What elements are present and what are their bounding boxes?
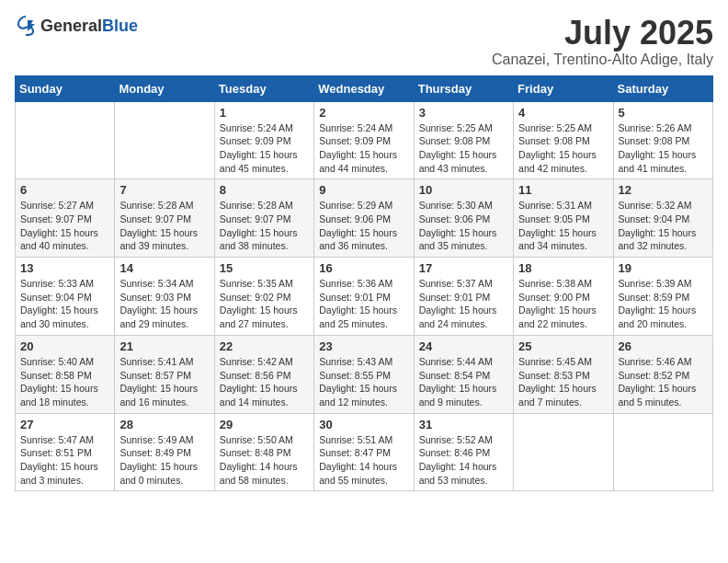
day-info: Sunrise: 5:42 AMSunset: 8:56 PMDaylight:… xyxy=(220,355,309,409)
day-number: 12 xyxy=(619,183,708,197)
logo-icon xyxy=(15,15,37,37)
calendar-cell: 16Sunrise: 5:36 AMSunset: 9:01 PMDayligh… xyxy=(314,258,414,336)
day-number: 15 xyxy=(220,261,309,275)
day-number: 8 xyxy=(220,183,309,197)
day-number: 30 xyxy=(319,418,408,431)
calendar-cell: 2Sunrise: 5:24 AMSunset: 9:09 PMDaylight… xyxy=(314,101,414,179)
day-number: 19 xyxy=(619,261,708,275)
calendar-cell: 22Sunrise: 5:42 AMSunset: 8:56 PMDayligh… xyxy=(214,335,313,413)
day-info: Sunrise: 5:25 AMSunset: 9:08 PMDaylight:… xyxy=(419,121,508,176)
day-info: Sunrise: 5:46 AMSunset: 8:52 PMDaylight:… xyxy=(619,355,708,409)
calendar-table: SundayMondayTuesdayWednesdayThursdayFrid… xyxy=(15,75,713,492)
day-number: 27 xyxy=(20,418,109,431)
day-number: 16 xyxy=(319,261,408,275)
weekday-header-friday: Friday xyxy=(514,75,613,101)
calendar-cell: 5Sunrise: 5:26 AMSunset: 9:08 PMDaylight… xyxy=(613,101,712,179)
day-info: Sunrise: 5:44 AMSunset: 8:54 PMDaylight:… xyxy=(419,355,508,409)
day-info: Sunrise: 5:41 AMSunset: 8:57 PMDaylight:… xyxy=(119,355,209,409)
day-info: Sunrise: 5:40 AMSunset: 8:58 PMDaylight:… xyxy=(20,355,109,409)
day-number: 20 xyxy=(20,339,109,353)
day-number: 13 xyxy=(20,261,109,275)
day-info: Sunrise: 5:39 AMSunset: 8:59 PMDaylight:… xyxy=(619,277,708,331)
calendar-cell: 14Sunrise: 5:34 AMSunset: 9:03 PMDayligh… xyxy=(115,258,214,336)
day-number: 2 xyxy=(319,106,408,120)
day-info: Sunrise: 5:24 AMSunset: 9:09 PMDaylight:… xyxy=(319,121,408,176)
calendar-cell xyxy=(514,413,613,491)
weekday-header-sunday: Sunday xyxy=(16,75,115,101)
calendar-cell: 9Sunrise: 5:29 AMSunset: 9:06 PMDaylight… xyxy=(314,179,414,258)
calendar-cell: 3Sunrise: 5:25 AMSunset: 9:08 PMDaylight… xyxy=(414,101,513,179)
calendar-cell: 6Sunrise: 5:27 AMSunset: 9:07 PMDaylight… xyxy=(16,179,115,258)
day-number: 7 xyxy=(119,183,209,197)
calendar-cell: 29Sunrise: 5:50 AMSunset: 8:48 PMDayligh… xyxy=(214,413,313,491)
day-number: 1 xyxy=(220,106,309,120)
day-info: Sunrise: 5:38 AMSunset: 9:00 PMDaylight:… xyxy=(518,277,608,331)
week-row-5: 27Sunrise: 5:47 AMSunset: 8:51 PMDayligh… xyxy=(16,413,713,491)
calendar-cell xyxy=(16,101,115,179)
day-info: Sunrise: 5:28 AMSunset: 9:07 PMDaylight:… xyxy=(119,199,209,253)
calendar-cell xyxy=(613,413,712,491)
calendar-cell: 12Sunrise: 5:32 AMSunset: 9:04 PMDayligh… xyxy=(613,179,712,258)
calendar-cell xyxy=(115,101,214,179)
day-info: Sunrise: 5:27 AMSunset: 9:07 PMDaylight:… xyxy=(20,199,109,253)
day-number: 17 xyxy=(419,261,508,275)
day-number: 5 xyxy=(619,106,708,120)
day-info: Sunrise: 5:32 AMSunset: 9:04 PMDaylight:… xyxy=(619,199,708,253)
title-area: July 2025 Canazei, Trentino-Alto Adige, … xyxy=(492,15,713,68)
day-number: 11 xyxy=(518,183,608,197)
day-info: Sunrise: 5:37 AMSunset: 9:01 PMDaylight:… xyxy=(419,277,508,331)
day-number: 24 xyxy=(419,339,508,353)
day-info: Sunrise: 5:35 AMSunset: 9:02 PMDaylight:… xyxy=(220,277,309,331)
day-number: 29 xyxy=(220,418,309,431)
weekday-header-thursday: Thursday xyxy=(414,75,513,101)
day-number: 14 xyxy=(119,261,209,275)
day-number: 25 xyxy=(518,339,608,353)
week-row-3: 13Sunrise: 5:33 AMSunset: 9:04 PMDayligh… xyxy=(16,258,713,336)
weekday-header-wednesday: Wednesday xyxy=(314,75,414,101)
day-number: 6 xyxy=(20,183,109,197)
calendar-cell: 4Sunrise: 5:25 AMSunset: 9:08 PMDaylight… xyxy=(514,101,613,179)
logo-general: General xyxy=(40,17,102,35)
calendar-cell: 8Sunrise: 5:28 AMSunset: 9:07 PMDaylight… xyxy=(214,179,313,258)
weekday-header-row: SundayMondayTuesdayWednesdayThursdayFrid… xyxy=(16,75,713,101)
weekday-header-tuesday: Tuesday xyxy=(214,75,313,101)
weekday-header-saturday: Saturday xyxy=(613,75,712,101)
day-number: 23 xyxy=(319,339,408,353)
calendar-cell: 13Sunrise: 5:33 AMSunset: 9:04 PMDayligh… xyxy=(16,258,115,336)
day-info: Sunrise: 5:31 AMSunset: 9:05 PMDaylight:… xyxy=(518,199,608,253)
calendar-cell: 7Sunrise: 5:28 AMSunset: 9:07 PMDaylight… xyxy=(115,179,214,258)
calendar-cell: 11Sunrise: 5:31 AMSunset: 9:05 PMDayligh… xyxy=(514,179,613,258)
calendar-cell: 27Sunrise: 5:47 AMSunset: 8:51 PMDayligh… xyxy=(16,413,115,491)
calendar-cell: 31Sunrise: 5:52 AMSunset: 8:46 PMDayligh… xyxy=(414,413,513,491)
location-title: Canazei, Trentino-Alto Adige, Italy xyxy=(492,52,713,68)
weekday-header-monday: Monday xyxy=(115,75,214,101)
calendar-cell: 21Sunrise: 5:41 AMSunset: 8:57 PMDayligh… xyxy=(115,335,214,413)
day-number: 10 xyxy=(419,183,508,197)
day-info: Sunrise: 5:45 AMSunset: 8:53 PMDaylight:… xyxy=(518,355,608,409)
day-number: 26 xyxy=(619,339,708,353)
calendar-cell: 28Sunrise: 5:49 AMSunset: 8:49 PMDayligh… xyxy=(115,413,214,491)
calendar-cell: 10Sunrise: 5:30 AMSunset: 9:06 PMDayligh… xyxy=(414,179,513,258)
calendar-cell: 17Sunrise: 5:37 AMSunset: 9:01 PMDayligh… xyxy=(414,258,513,336)
page-header: GeneralBlue July 2025 Canazei, Trentino-… xyxy=(15,15,713,68)
day-info: Sunrise: 5:30 AMSunset: 9:06 PMDaylight:… xyxy=(419,199,508,253)
calendar-cell: 30Sunrise: 5:51 AMSunset: 8:47 PMDayligh… xyxy=(314,413,414,491)
week-row-4: 20Sunrise: 5:40 AMSunset: 8:58 PMDayligh… xyxy=(16,335,713,413)
calendar-cell: 24Sunrise: 5:44 AMSunset: 8:54 PMDayligh… xyxy=(414,335,513,413)
calendar-cell: 26Sunrise: 5:46 AMSunset: 8:52 PMDayligh… xyxy=(613,335,712,413)
calendar-cell: 25Sunrise: 5:45 AMSunset: 8:53 PMDayligh… xyxy=(514,335,613,413)
month-title: July 2025 xyxy=(492,15,713,52)
day-info: Sunrise: 5:29 AMSunset: 9:06 PMDaylight:… xyxy=(319,199,408,253)
day-info: Sunrise: 5:33 AMSunset: 9:04 PMDaylight:… xyxy=(20,277,109,331)
calendar-cell: 15Sunrise: 5:35 AMSunset: 9:02 PMDayligh… xyxy=(214,258,313,336)
logo-blue: Blue xyxy=(102,17,138,35)
day-info: Sunrise: 5:25 AMSunset: 9:08 PMDaylight:… xyxy=(518,121,608,176)
logo: GeneralBlue xyxy=(15,15,138,37)
day-number: 9 xyxy=(319,183,408,197)
day-number: 3 xyxy=(419,106,508,120)
day-info: Sunrise: 5:47 AMSunset: 8:51 PMDaylight:… xyxy=(20,433,109,488)
day-number: 21 xyxy=(119,339,209,353)
calendar-cell: 20Sunrise: 5:40 AMSunset: 8:58 PMDayligh… xyxy=(16,335,115,413)
day-info: Sunrise: 5:26 AMSunset: 9:08 PMDaylight:… xyxy=(619,121,708,176)
day-info: Sunrise: 5:34 AMSunset: 9:03 PMDaylight:… xyxy=(119,277,209,331)
